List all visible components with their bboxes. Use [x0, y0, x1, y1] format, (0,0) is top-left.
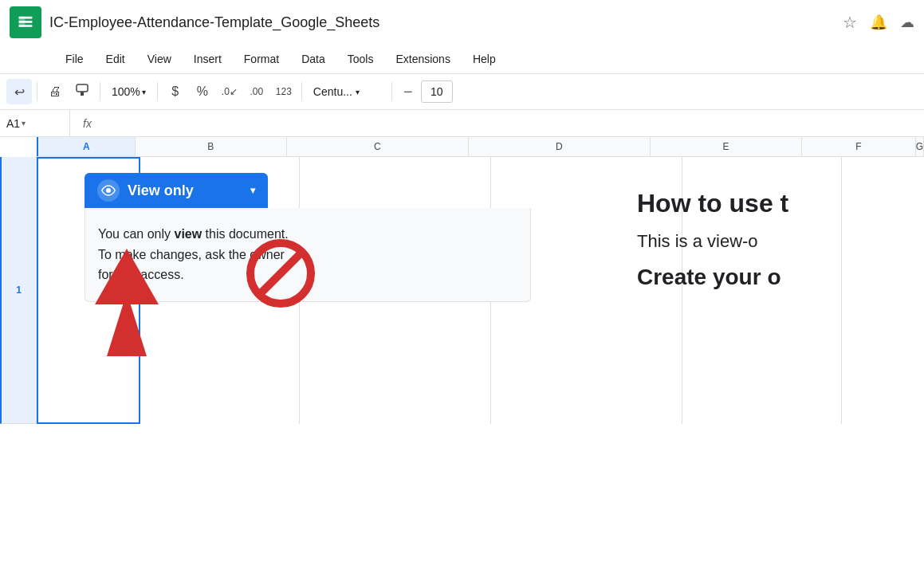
svg-point-7 [106, 188, 111, 193]
menu-view[interactable]: View [138, 49, 181, 69]
font-name-label: Centu... [313, 85, 352, 98]
menu-edit[interactable]: Edit [96, 49, 135, 69]
col-header-a[interactable]: A [37, 137, 136, 156]
menu-file[interactable]: File [56, 49, 93, 69]
percent-button[interactable]: % [190, 79, 215, 104]
app-icon [10, 6, 41, 38]
increase-decimal-icon: .00 [250, 86, 263, 97]
col-header-e[interactable]: E [651, 137, 802, 156]
font-dropdown-icon: ▾ [356, 88, 360, 96]
fx-label: fx [83, 117, 92, 130]
title-action-icons: ☆ 🔔 ☁ [843, 13, 914, 32]
row-numbers: 1 [0, 157, 37, 424]
zoom-dropdown-icon: ▾ [142, 88, 146, 96]
col-header-d[interactable]: D [469, 137, 651, 156]
undo-icon: ↩ [14, 84, 25, 100]
toolbar-separator-3 [157, 82, 158, 101]
menu-insert[interactable]: Insert [184, 49, 231, 69]
create-title: Create your o [637, 265, 908, 290]
how-to-title: How to use t [637, 189, 908, 218]
menu-tools[interactable]: Tools [338, 49, 383, 69]
view-only-header[interactable]: View only ▾ [85, 173, 268, 208]
column-headers: A B C D E F G [37, 137, 924, 157]
svg-line-9 [257, 249, 305, 297]
no-entry-icon [245, 237, 317, 309]
view-only-caret[interactable]: ▾ [250, 185, 255, 196]
format-number-icon: 123 [276, 86, 292, 97]
col-header-g[interactable]: G [916, 137, 924, 156]
sheet-area: A B C D E F G 1 [0, 137, 924, 424]
paint-icon [75, 83, 89, 100]
currency-icon: $ [171, 84, 179, 99]
title-bar: IC-Employee-Attendance-Template_Google_S… [0, 0, 924, 45]
svg-rect-5 [77, 84, 88, 92]
col-header-c[interactable]: C [287, 137, 469, 156]
cell-ref-value: A1 [6, 117, 20, 130]
toolbar-separator-4 [301, 82, 302, 101]
decrease-decimal-icon: .0↙ [222, 86, 238, 97]
menu-extensions[interactable]: Extensions [386, 49, 459, 69]
menu-help[interactable]: Help [463, 49, 505, 69]
print-button[interactable]: 🖨 [42, 79, 68, 104]
font-size-value: 10 [431, 85, 443, 98]
undo-button[interactable]: ↩ [6, 79, 32, 104]
toolbar-separator-2 [100, 82, 100, 101]
eye-icon [97, 179, 120, 202]
toolbar-separator-1 [37, 82, 37, 101]
rows-area: 1 View [0, 157, 924, 424]
menu-data[interactable]: Data [292, 49, 335, 69]
percent-icon: % [197, 84, 208, 99]
notification-icon[interactable]: 🔔 [870, 14, 887, 31]
menu-format[interactable]: Format [234, 49, 289, 69]
format-number-button[interactable]: 123 [271, 79, 297, 104]
cell-ref-dropdown-icon[interactable]: ▾ [22, 119, 26, 128]
right-content: How to use t This is a view-o Create you… [621, 173, 924, 306]
view-only-line1-pre: You can only [98, 227, 174, 241]
star-icon[interactable]: ☆ [843, 13, 857, 32]
sheet-content[interactable]: View only ▾ You can only view this docum… [37, 157, 924, 424]
toolbar: ↩ 🖨 100% ▾ $ % .0↙ .00 123 Centu... ▾ − … [0, 73, 924, 110]
svg-marker-13 [95, 249, 159, 304]
view-only-bold: view [174, 227, 202, 241]
minus-icon: − [403, 83, 413, 101]
decrease-decimal-button[interactable]: .0↙ [217, 79, 242, 104]
document-title: IC-Employee-Attendance-Template_Google_S… [49, 14, 835, 31]
decrease-font-button[interactable]: − [397, 80, 419, 103]
col-header-f[interactable]: F [802, 137, 916, 156]
zoom-selector[interactable]: 100% ▾ [105, 82, 152, 101]
font-selector[interactable]: Centu... ▾ [307, 82, 387, 101]
col-header-b[interactable]: B [136, 137, 287, 156]
svg-rect-4 [19, 17, 26, 27]
toolbar-separator-5 [391, 82, 392, 101]
view-only-label: View only [128, 182, 194, 199]
print-icon: 🖨 [49, 84, 61, 99]
font-size-input[interactable]: 10 [421, 80, 453, 103]
cell-reference[interactable]: A1 ▾ [6, 110, 70, 136]
paint-format-button[interactable] [69, 79, 95, 104]
formula-bar: A1 ▾ fx [0, 110, 924, 137]
how-to-sub: This is a view-o [637, 231, 908, 252]
menu-bar: File Edit View Insert Format Data Tools … [0, 45, 924, 73]
increase-decimal-button[interactable]: .00 [244, 79, 269, 104]
row-num-1[interactable]: 1 [0, 157, 36, 424]
cloud-icon[interactable]: ☁ [900, 14, 914, 31]
zoom-value: 100% [112, 85, 140, 98]
red-arrow [91, 245, 163, 367]
currency-button[interactable]: $ [163, 79, 188, 104]
svg-rect-6 [81, 92, 84, 96]
